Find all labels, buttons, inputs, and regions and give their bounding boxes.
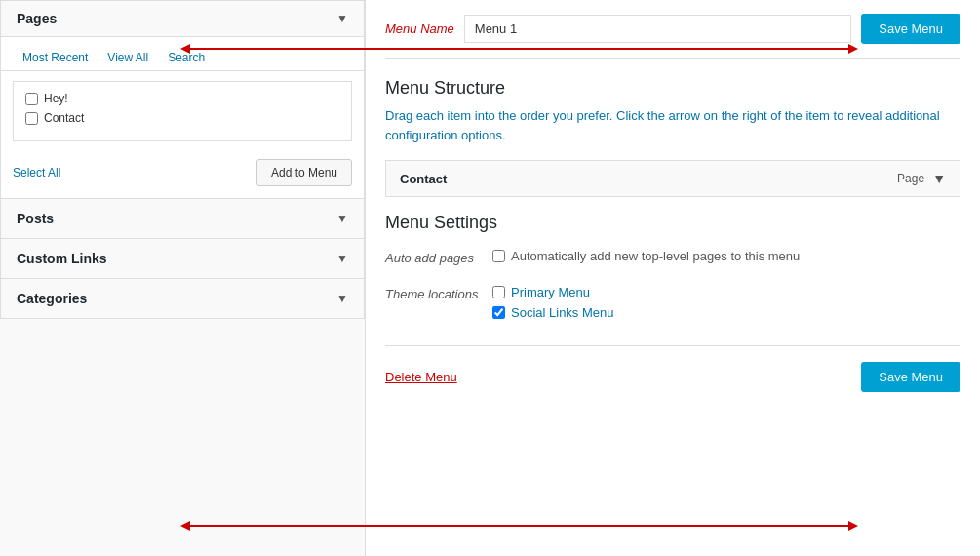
- auto-add-pages-row: Auto add pages Automatically add new top…: [385, 249, 960, 269]
- theme-locations-content: Primary Menu Social Links Menu: [492, 285, 960, 326]
- menu-item-contact-name: Contact: [400, 172, 447, 186]
- auto-add-desc: Automatically add new top-level pages to…: [511, 249, 800, 263]
- pages-header: Pages ▼: [1, 1, 364, 37]
- pages-content: Hey! Contact: [13, 81, 352, 141]
- pages-footer: Select All Add to Menu: [1, 151, 364, 198]
- custom-links-section: Custom Links ▼: [0, 239, 365, 279]
- pages-section: Pages ▼ Most Recent View All Search Hey!: [0, 0, 365, 199]
- primary-menu-row: Primary Menu: [492, 285, 960, 299]
- menu-item-expand-icon[interactable]: ▼: [932, 171, 946, 186]
- menu-item-right: Page ▼: [897, 171, 946, 186]
- page-checkbox-contact[interactable]: [25, 112, 38, 125]
- pages-chevron-icon: ▼: [336, 12, 348, 25]
- right-panel: Menu Name Save Menu Menu Structure Drag …: [366, 0, 980, 556]
- delete-menu-link[interactable]: Delete Menu: [385, 370, 457, 384]
- primary-menu-label: Primary Menu: [511, 285, 590, 299]
- save-menu-button-top[interactable]: Save Menu: [861, 14, 960, 44]
- menu-structure-title: Menu Structure: [385, 78, 960, 99]
- auto-add-content: Automatically add new top-level pages to…: [492, 249, 960, 269]
- social-links-label: Social Links Menu: [511, 305, 614, 320]
- page-label-hey: Hey!: [44, 92, 68, 105]
- menu-name-label: Menu Name: [385, 21, 454, 36]
- menu-name-input[interactable]: [464, 15, 851, 43]
- categories-header[interactable]: Categories ▼: [1, 279, 364, 318]
- primary-menu-checkbox[interactable]: [492, 286, 505, 298]
- categories-title: Categories: [17, 291, 87, 306]
- menu-name-bar: Menu Name Save Menu: [385, 0, 960, 59]
- auto-add-checkbox[interactable]: [492, 250, 505, 262]
- menu-item-contact-row[interactable]: Contact Page ▼: [385, 160, 960, 197]
- auto-add-checkbox-row: Automatically add new top-level pages to…: [492, 249, 960, 263]
- left-panel: Pages ▼ Most Recent View All Search Hey!: [0, 0, 366, 556]
- posts-title: Posts: [17, 211, 54, 226]
- theme-locations-row: Theme locations Primary Menu Social Link…: [385, 285, 960, 326]
- tab-most-recent[interactable]: Most Recent: [13, 45, 98, 70]
- add-to-menu-button[interactable]: Add to Menu: [256, 159, 352, 186]
- pages-title: Pages: [17, 11, 57, 26]
- structure-description: Drag each item into the order you prefer…: [385, 106, 960, 144]
- posts-header[interactable]: Posts ▼: [1, 199, 364, 238]
- custom-links-header[interactable]: Custom Links ▼: [1, 239, 364, 278]
- theme-locations-label: Theme locations: [385, 285, 492, 301]
- select-all-link[interactable]: Select All: [13, 166, 60, 179]
- page-checkbox-hey[interactable]: [25, 93, 38, 105]
- posts-section: Posts ▼: [0, 199, 365, 239]
- save-menu-button-bottom[interactable]: Save Menu: [861, 362, 960, 392]
- social-links-row: Social Links Menu: [492, 305, 960, 320]
- custom-links-title: Custom Links: [17, 251, 107, 266]
- menu-settings-title: Menu Settings: [385, 213, 960, 233]
- auto-add-label: Auto add pages: [385, 249, 492, 265]
- page-label-contact: Contact: [44, 111, 84, 125]
- categories-section: Categories ▼: [0, 279, 365, 319]
- categories-chevron-icon: ▼: [336, 292, 348, 305]
- tab-view-all[interactable]: View All: [98, 45, 158, 70]
- page-item-contact: Contact: [25, 111, 339, 125]
- pages-tabs: Most Recent View All Search: [1, 37, 364, 71]
- bottom-bar: Delete Menu Save Menu: [385, 345, 960, 392]
- social-links-checkbox[interactable]: [492, 306, 505, 319]
- page-item-hey: Hey!: [25, 92, 339, 105]
- posts-chevron-icon: ▼: [336, 212, 348, 225]
- custom-links-chevron-icon: ▼: [336, 252, 348, 265]
- menu-item-type: Page: [897, 172, 924, 185]
- tab-search[interactable]: Search: [158, 45, 215, 70]
